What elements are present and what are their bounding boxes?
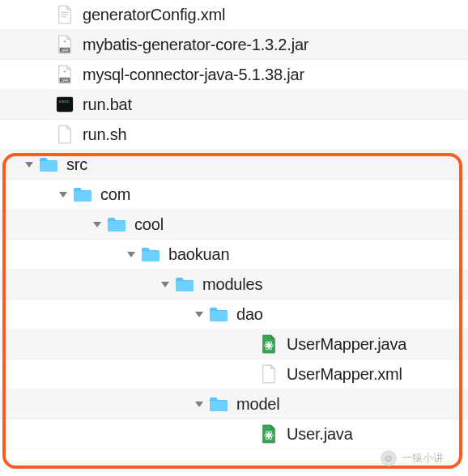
svg-rect-9 (40, 161, 57, 172)
tree-item-label: cool (134, 215, 468, 234)
tree-item-label: mybatis-generator-core-1.3.2.jar (83, 36, 468, 54)
folder-icon (73, 185, 92, 204)
file-jar-icon: JAR (55, 65, 74, 84)
tree-item-label: UserMapper.xml (287, 365, 468, 384)
tree-row[interactable]: cool (0, 210, 468, 240)
svg-rect-12 (142, 251, 160, 261)
tree-row[interactable]: baokuan (0, 240, 468, 270)
tree-item-label: com (100, 185, 468, 204)
file-jar-icon: JAR (55, 35, 74, 54)
file-java-icon (259, 424, 279, 444)
tree-item-label: baokuan (168, 245, 468, 264)
tree-item-label: model (236, 395, 468, 414)
tree-item-label: modules (202, 275, 468, 294)
tree-row[interactable]: run.sh (0, 120, 468, 150)
folder-icon (175, 274, 194, 294)
tree-item-label: run.sh (83, 125, 468, 144)
tree-row[interactable]: execrun.bat (0, 90, 468, 120)
disclosure-triangle-icon[interactable] (159, 278, 172, 291)
file-xml-icon (55, 5, 74, 24)
disclosure-triangle-icon[interactable] (57, 188, 70, 201)
disclosure-triangle-icon[interactable] (193, 308, 206, 321)
tree-item-label: UserMapper.java (287, 335, 468, 354)
tree-item-label: dao (236, 305, 468, 324)
disclosure-triangle-icon[interactable] (91, 218, 104, 231)
svg-rect-11 (108, 221, 126, 232)
tree-row[interactable]: UserMapper.xml (0, 359, 468, 389)
file-tree: generatorConfig.xmlJARmybatis-generator-… (0, 0, 468, 449)
tree-row[interactable]: model (0, 389, 468, 419)
file-xml2-icon (259, 364, 279, 384)
watermark-label: 一猿小讲 (402, 451, 444, 465)
watermark: ☺ 一猿小讲 (381, 450, 444, 466)
disclosure-triangle-icon[interactable] (23, 158, 36, 171)
folder-icon (209, 394, 228, 414)
tree-row[interactable]: modules (0, 270, 468, 300)
disclosure-triangle-icon[interactable] (193, 397, 206, 410)
tree-row[interactable]: UserMapper.java (0, 329, 468, 359)
svg-rect-10 (74, 191, 91, 202)
svg-text:exec: exec (59, 99, 70, 104)
tree-row[interactable]: User.java (0, 419, 468, 449)
tree-item-label: User.java (287, 425, 468, 444)
tree-row[interactable]: dao (0, 300, 468, 329)
file-icon (55, 125, 74, 144)
folder-icon (107, 215, 126, 234)
folder-icon (141, 244, 160, 264)
tree-item-label: run.bat (83, 96, 468, 114)
folder-icon (209, 304, 228, 324)
folder-icon (39, 155, 58, 174)
tree-row[interactable]: JARmysql-connector-java-5.1.38.jar (0, 60, 468, 90)
tree-row[interactable]: JARmybatis-generator-core-1.3.2.jar (0, 30, 468, 60)
file-bat-icon: exec (55, 95, 74, 114)
tree-item-label: generatorConfig.xml (83, 6, 468, 24)
disclosure-triangle-icon[interactable] (125, 248, 138, 261)
watermark-logo-icon: ☺ (381, 450, 397, 466)
tree-item-label: src (66, 155, 468, 174)
svg-rect-14 (210, 311, 228, 321)
tree-row[interactable]: generatorConfig.xml (0, 0, 468, 30)
tree-row[interactable]: src (0, 150, 468, 180)
tree-row[interactable]: com (0, 180, 468, 210)
svg-rect-19 (210, 401, 228, 411)
svg-text:JAR: JAR (61, 78, 69, 83)
file-java-icon (259, 334, 279, 354)
svg-rect-13 (176, 281, 194, 291)
svg-text:JAR: JAR (61, 48, 69, 53)
tree-item-label: mysql-connector-java-5.1.38.jar (83, 66, 468, 84)
